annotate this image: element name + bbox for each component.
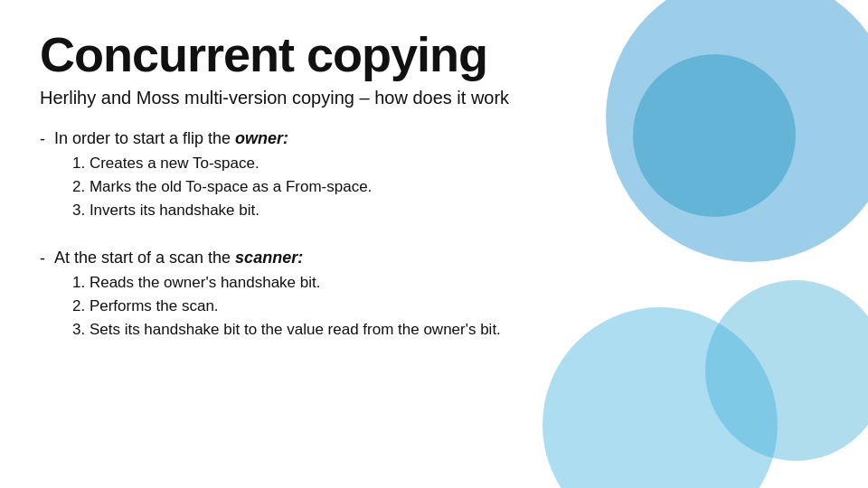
slide: Concurrent copying Herlihy and Moss mult… [0,0,868,488]
slide-subtitle: Herlihy and Moss multi-version copying –… [40,86,564,109]
slide-content: Concurrent copying Herlihy and Moss mult… [40,29,828,343]
section-spacer [40,236,828,249]
scanner-intro: At the start of a scan the scanner: [54,249,501,267]
owner-item-2: 2. Marks the old To-space as a From-spac… [72,175,372,199]
owner-keyword: owner: [235,129,288,147]
scanner-item-3: 3. Sets its handshake bit to the value r… [72,318,501,342]
scanner-item-2: 2. Performs the scan. [72,295,501,318]
owner-item-3: 3. Inverts its handshake bit. [72,199,372,222]
scanner-section: - At the start of a scan the scanner: 1.… [40,249,828,343]
slide-title: Concurrent copying [40,29,828,80]
owner-body: In order to start a flip the owner: 1. C… [54,129,372,223]
owner-bullet: - [40,130,45,223]
scanner-item-1: 1. Reads the owner's handshake bit. [72,271,501,295]
scanner-bullet: - [40,249,45,343]
owner-intro-text: In order to start a flip the [54,129,235,147]
scanner-intro-text: At the start of a scan the [54,249,235,267]
scanner-keyword: scanner: [235,249,303,267]
owner-intro: In order to start a flip the owner: [54,129,372,148]
scanner-body: At the start of a scan the scanner: 1. R… [54,249,501,343]
owner-section: - In order to start a flip the owner: 1.… [40,129,828,223]
owner-item-1: 1. Creates a new To-space. [72,152,372,175]
